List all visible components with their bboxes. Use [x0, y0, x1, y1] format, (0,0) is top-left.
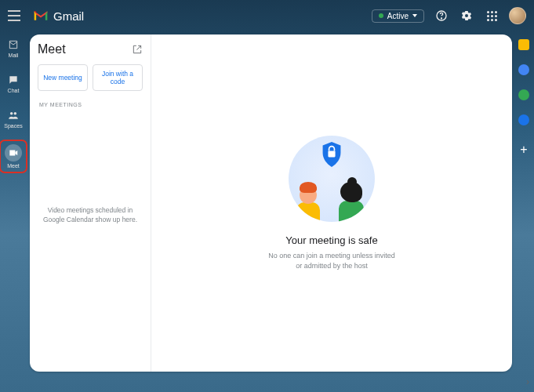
- main-card: Meet New meeting Join with a code My Mee…: [30, 34, 512, 372]
- nav-item-chat[interactable]: Chat: [2, 71, 25, 96]
- meet-icon: [5, 144, 22, 162]
- join-with-code-button[interactable]: Join with a code: [93, 64, 143, 91]
- nav-item-spaces[interactable]: Spaces: [2, 107, 25, 131]
- person-right-icon: [343, 185, 364, 222]
- meet-main-area: Your meeting is safe No one can join a m…: [151, 34, 512, 372]
- safe-illustration: Your meeting is safe No one can join a m…: [268, 136, 395, 270]
- top-header: Gmail Active: [0, 0, 534, 31]
- popout-icon[interactable]: [132, 44, 143, 55]
- safe-subtitle: No one can join a meeting unless invited…: [268, 251, 395, 270]
- nav-item-mail[interactable]: Mail: [2, 36, 25, 60]
- settings-icon[interactable]: [459, 8, 474, 24]
- nav-label: Meet: [7, 163, 20, 169]
- spaces-icon: [7, 109, 20, 122]
- meet-sidebar: Meet New meeting Join with a code My Mee…: [30, 34, 151, 372]
- svg-point-1: [441, 18, 441, 19]
- new-meeting-button[interactable]: New meeting: [38, 64, 88, 91]
- svg-point-2: [10, 112, 13, 115]
- calendar-icon[interactable]: [518, 64, 529, 75]
- mail-icon: [7, 38, 20, 51]
- keep-icon[interactable]: [518, 39, 529, 50]
- side-panel: +: [514, 31, 534, 368]
- tasks-icon[interactable]: [518, 89, 529, 100]
- status-dot-icon: [379, 13, 383, 18]
- status-selector[interactable]: Active: [372, 9, 424, 23]
- contacts-icon[interactable]: [518, 114, 529, 125]
- safe-title: Your meeting is safe: [285, 234, 377, 246]
- status-label: Active: [387, 12, 409, 20]
- svg-point-3: [14, 112, 16, 115]
- support-icon[interactable]: [434, 8, 449, 24]
- gmail-logo[interactable]: Gmail: [33, 9, 84, 23]
- gmail-logo-icon: [33, 9, 49, 22]
- my-meetings-label: My Meetings: [39, 102, 143, 107]
- main-menu-icon[interactable]: [8, 9, 22, 23]
- add-addon-icon[interactable]: +: [518, 144, 529, 155]
- empty-meetings-message: Video meetings scheduled in Google Calen…: [38, 206, 143, 225]
- meet-title: Meet: [38, 42, 66, 56]
- app-name: Gmail: [53, 9, 84, 23]
- chevron-down-icon: [412, 14, 417, 17]
- nav-label: Chat: [8, 88, 20, 93]
- person-left-icon: [300, 187, 320, 222]
- chat-icon: [7, 74, 20, 86]
- nav-label: Mail: [9, 53, 19, 58]
- collapse-sidepanel-icon[interactable]: ›: [526, 376, 529, 387]
- shield-icon: [321, 142, 343, 167]
- illustration-circle: [289, 136, 375, 222]
- nav-rail: Mail Chat Spaces Meet: [0, 31, 27, 368]
- svg-rect-4: [328, 151, 335, 157]
- apps-grid-icon[interactable]: [484, 8, 499, 24]
- nav-label: Spaces: [4, 123, 22, 129]
- nav-item-meet[interactable]: Meet: [2, 142, 25, 171]
- account-avatar[interactable]: [509, 7, 526, 24]
